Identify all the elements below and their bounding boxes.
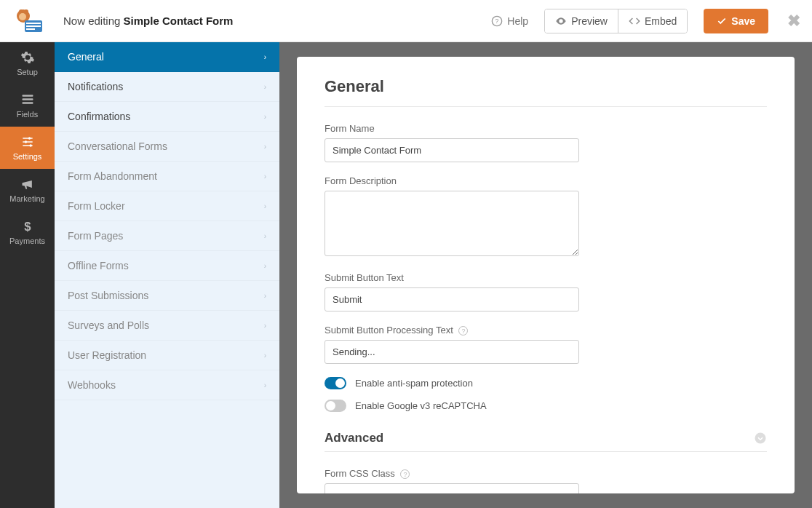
dollar-icon: $ [20, 219, 35, 234]
sub-item-label: General [68, 51, 104, 63]
help-tooltip-icon[interactable]: ? [400, 469, 410, 479]
list-icon [20, 92, 35, 107]
sliders-icon [20, 135, 35, 149]
chevron-right-icon: › [264, 232, 266, 240]
processing-text-label: Submit Button Processing Text ? [325, 325, 767, 336]
sub-item-label: User Registration [68, 349, 146, 361]
rail-item-payments[interactable]: $ Payments [0, 211, 55, 253]
sub-item-general[interactable]: General › [55, 42, 279, 72]
rail-item-settings[interactable]: Settings [0, 127, 55, 169]
sub-item-confirmations[interactable]: Confirmations › [55, 102, 279, 132]
chevron-right-icon: › [264, 202, 266, 210]
bullhorn-icon [20, 177, 35, 191]
sub-item-form-abandonment[interactable]: Form Abandonment › [55, 162, 279, 191]
svg-rect-10 [22, 95, 33, 97]
sub-item-label: Notifications [68, 81, 123, 92]
sub-item-post-submissions[interactable]: Post Submissions › [55, 281, 279, 311]
rail-label: Settings [13, 152, 42, 161]
save-button[interactable]: Save [704, 9, 768, 33]
svg-rect-12 [22, 102, 33, 104]
rail-label: Fields [17, 110, 38, 119]
chevron-right-icon: › [264, 292, 266, 300]
rail-item-marketing[interactable]: Marketing [0, 169, 55, 211]
chevron-right-icon: › [264, 53, 266, 61]
rail-label: Payments [9, 237, 45, 245]
svg-rect-5 [26, 23, 41, 24]
processing-text-input[interactable] [325, 340, 579, 364]
sub-item-label: Form Abandonment [68, 170, 157, 182]
code-icon [629, 15, 640, 27]
svg-text:$: $ [24, 220, 31, 234]
svg-rect-11 [22, 98, 33, 100]
form-description-label: Form Description [325, 175, 767, 186]
submit-text-input[interactable] [325, 287, 579, 311]
chevron-down-icon [754, 432, 767, 445]
svg-point-14 [24, 140, 26, 143]
chevron-right-icon: › [264, 381, 266, 389]
form-description-input[interactable] [325, 191, 579, 256]
chevron-right-icon: › [264, 83, 266, 91]
submit-text-label: Submit Button Text [325, 272, 767, 283]
form-css-label-text: Form CSS Class [325, 468, 395, 479]
divider [325, 451, 767, 452]
form-name-label: Form Name [325, 123, 767, 134]
help-tooltip-icon[interactable]: ? [458, 326, 468, 336]
chevron-right-icon: › [264, 113, 266, 121]
sub-item-label: Offline Forms [68, 260, 129, 271]
rail-label: Marketing [9, 194, 44, 203]
section-header-advanced[interactable]: Advanced [325, 431, 767, 445]
embed-label: Embed [645, 15, 677, 27]
sub-item-label: Surveys and Polls [68, 320, 149, 331]
sub-item-label: Conversational Forms [68, 140, 167, 152]
sub-item-label: Post Submissions [68, 290, 148, 301]
svg-point-17 [755, 433, 766, 444]
field-submit-text: Submit Button Text [325, 272, 767, 311]
sub-item-conversational[interactable]: Conversational Forms › [55, 132, 279, 162]
section-heading-general: General [325, 77, 767, 96]
canvas-area: General Form Name Form Description Submi… [279, 42, 812, 508]
toggle-recaptcha-label: Enable Google v3 reCAPTCHA [355, 400, 487, 411]
svg-point-2 [24, 9, 28, 14]
field-form-name: Form Name [325, 123, 767, 162]
left-rail: Setup Fields Settings Marketing $ Paymen… [0, 42, 55, 508]
divider [325, 106, 767, 107]
sub-item-form-pages[interactable]: Form Pages › [55, 221, 279, 251]
sub-item-user-registration[interactable]: User Registration › [55, 341, 279, 370]
form-name-input[interactable] [325, 138, 579, 162]
settings-sub-sidebar: General › Notifications › Confirmations … [55, 42, 279, 508]
rail-item-fields[interactable]: Fields [0, 84, 55, 127]
chevron-right-icon: › [264, 143, 266, 151]
preview-embed-group: Preview Embed [544, 9, 688, 33]
topbar: Now editing Simple Contact Form ? Help P… [0, 0, 812, 42]
svg-text:?: ? [495, 17, 499, 25]
field-form-description: Form Description [325, 175, 767, 259]
rail-item-setup[interactable]: Setup [0, 42, 55, 84]
sub-item-webhooks[interactable]: Webhooks › [55, 370, 279, 400]
toggle-antispam-row: Enable anti-spam protection [325, 377, 767, 389]
toggle-antispam[interactable] [325, 377, 346, 389]
chevron-right-icon: › [264, 322, 266, 330]
sub-item-label: Confirmations [68, 111, 130, 122]
rail-label: Setup [17, 68, 38, 76]
close-icon[interactable]: ✖ [787, 12, 800, 31]
preview-button[interactable]: Preview [545, 9, 618, 33]
eye-icon [555, 15, 567, 27]
check-icon [717, 16, 727, 26]
section-heading-advanced: Advanced [325, 431, 383, 445]
sub-item-form-locker[interactable]: Form Locker › [55, 191, 279, 221]
sub-item-surveys-polls[interactable]: Surveys and Polls › [55, 311, 279, 341]
chevron-right-icon: › [264, 352, 266, 360]
svg-point-3 [19, 13, 26, 20]
form-css-input[interactable] [325, 483, 579, 493]
sub-item-label: Form Locker [68, 200, 125, 212]
processing-text-label-text: Submit Button Processing Text [325, 325, 453, 336]
embed-button[interactable]: Embed [618, 9, 687, 33]
help-link[interactable]: ? Help [491, 15, 528, 27]
svg-point-15 [29, 144, 31, 146]
field-form-css: Form CSS Class ? [325, 468, 767, 493]
toggle-antispam-label: Enable anti-spam protection [355, 378, 473, 389]
sub-item-notifications[interactable]: Notifications › [55, 72, 279, 102]
toggle-recaptcha[interactable] [325, 400, 346, 412]
svg-point-13 [28, 137, 30, 139]
sub-item-offline-forms[interactable]: Offline Forms › [55, 251, 279, 281]
